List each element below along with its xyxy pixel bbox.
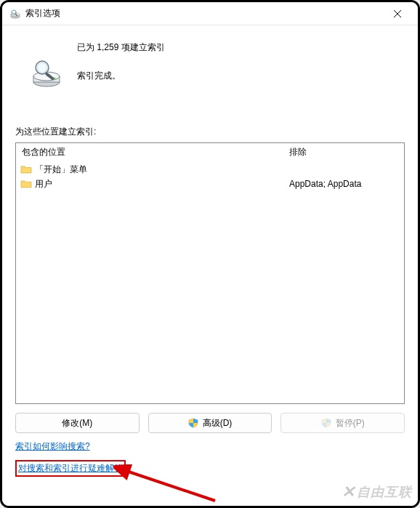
indexed-locations-list: 包含的位置 排除 「开始」菜单	[15, 142, 405, 404]
excluded-item[interactable]	[288, 162, 400, 177]
folder-icon	[20, 164, 32, 174]
button-label: 暂停(P)	[336, 417, 365, 430]
column-header-excluded[interactable]: 排除	[283, 143, 404, 161]
list-item[interactable]: 用户	[20, 177, 279, 191]
pause-button: 暂停(P)	[280, 413, 405, 433]
troubleshoot-link-highlight: 对搜索和索引进行疑难解答	[15, 460, 126, 477]
folder-icon	[20, 179, 32, 189]
button-label: 修改(M)	[62, 417, 92, 430]
button-label: 高级(D)	[203, 417, 233, 430]
index-options-icon	[9, 8, 21, 20]
advanced-button[interactable]: 高级(D)	[148, 413, 272, 433]
modify-button[interactable]: 修改(M)	[15, 413, 140, 433]
titlebar: 索引选项	[2, 2, 418, 25]
window-title: 索引选项	[25, 7, 381, 20]
close-button[interactable]	[381, 3, 413, 25]
close-icon	[394, 10, 401, 17]
index-complete-text: 索引完成。	[77, 70, 405, 82]
svg-point-12	[38, 63, 47, 72]
list-item[interactable]: 「开始」菜单	[20, 162, 279, 177]
indexed-count-text: 已为 1,259 项建立索引	[77, 41, 405, 54]
locations-section-label: 为这些位置建立索引:	[15, 126, 405, 138]
uac-shield-icon	[321, 418, 331, 428]
troubleshoot-link[interactable]: 对搜索和索引进行疑难解答	[18, 462, 123, 475]
uac-shield-icon	[188, 418, 198, 428]
help-link[interactable]: 索引如何影响搜索?	[15, 440, 90, 453]
indexing-status-icon	[31, 57, 62, 89]
index-status: 已为 1,259 项建立索引 索引完成。	[15, 36, 405, 89]
column-header-included[interactable]: 包含的位置	[16, 143, 283, 161]
list-item-label: 用户	[35, 178, 52, 190]
excluded-item[interactable]: AppData; AppData	[288, 177, 400, 191]
list-item-label: 「开始」菜单	[35, 164, 87, 176]
